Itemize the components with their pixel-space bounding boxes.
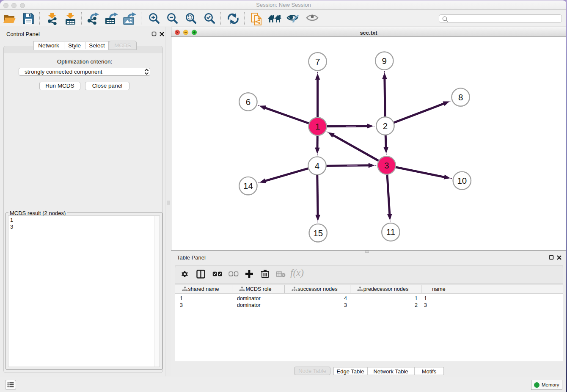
svg-text:10: 10 xyxy=(457,176,467,185)
svg-text:8: 8 xyxy=(458,92,463,102)
svg-text:9: 9 xyxy=(382,56,387,66)
svg-text:4: 4 xyxy=(315,161,319,171)
svg-text:11: 11 xyxy=(386,227,395,237)
svg-text:14: 14 xyxy=(243,181,253,190)
svg-text:2: 2 xyxy=(383,121,388,131)
svg-text:6: 6 xyxy=(246,97,250,107)
svg-text:15: 15 xyxy=(313,228,323,238)
svg-text:1: 1 xyxy=(315,121,320,131)
svg-text:3: 3 xyxy=(384,160,389,170)
svg-text:7: 7 xyxy=(315,57,320,66)
